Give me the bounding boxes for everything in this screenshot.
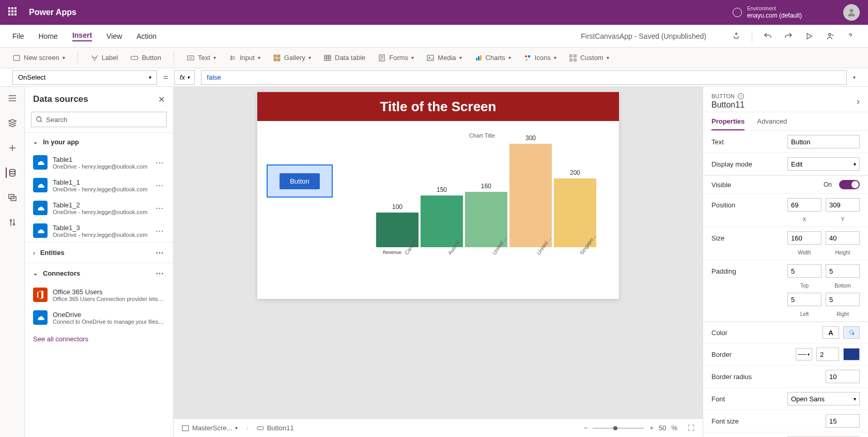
svg-point-27 — [37, 117, 41, 122]
text-button[interactable]: Text▾ — [187, 54, 216, 62]
prop-text-input[interactable] — [787, 135, 860, 148]
fill-color-button[interactable] — [843, 326, 860, 339]
insert-icon[interactable] — [7, 118, 18, 128]
design-canvas[interactable]: Title of the Screen Button Chart Title R… — [257, 92, 619, 299]
prop-pad-b[interactable] — [826, 264, 860, 278]
chart-bar: 300United ... — [509, 134, 552, 266]
prop-size-w[interactable] — [787, 231, 822, 245]
add-data-icon[interactable] — [7, 143, 18, 153]
environment-picker[interactable]: Environment enayu.com (default) — [733, 6, 802, 19]
onedrive-icon — [33, 223, 48, 238]
input-button[interactable]: Input▾ — [228, 54, 260, 62]
gallery-button[interactable]: Gallery▾ — [273, 54, 311, 62]
menu-action[interactable]: Action — [136, 32, 157, 40]
connector-office365[interactable]: Office 365 UsersOffice 365 Users Connect… — [25, 283, 173, 306]
share-icon[interactable] — [825, 31, 835, 41]
label-button[interactable]: Label — [90, 54, 118, 62]
more-icon[interactable]: ⋯ — [156, 268, 165, 278]
data-item-table1-1[interactable]: Table1_1OneDrive - henry.legge@outlook.c… — [25, 174, 173, 197]
more-icon[interactable]: ⋯ — [156, 203, 165, 213]
chart-bar: 150Austral... — [421, 186, 463, 266]
see-all-connectors[interactable]: See all connectors — [25, 329, 173, 349]
charts-button[interactable]: Charts▾ — [474, 54, 511, 62]
more-icon[interactable]: ⋯ — [156, 226, 165, 236]
section-in-your-app[interactable]: ⌄ In your app — [25, 132, 173, 151]
advanced-tools-icon[interactable] — [7, 217, 18, 228]
font-color-button[interactable]: A — [823, 326, 839, 339]
prop-size-label: Size — [711, 234, 783, 242]
data-item-table1-2[interactable]: Table1_2OneDrive - henry.legge@outlook.c… — [25, 197, 173, 219]
more-icon[interactable]: ⋯ — [156, 180, 165, 190]
panel-expand-icon[interactable]: › — [857, 96, 860, 107]
prop-size-h[interactable] — [826, 231, 860, 245]
svg-rect-18 — [570, 55, 572, 57]
prop-visible-toggle[interactable] — [839, 180, 860, 189]
help-icon[interactable] — [845, 31, 856, 41]
close-icon[interactable]: ✕ — [158, 95, 165, 104]
fx-button[interactable]: fx▾ — [174, 70, 195, 85]
more-icon[interactable]: ⋯ — [156, 248, 165, 258]
chart-title: Chart Title — [361, 132, 603, 139]
tab-properties[interactable]: Properties — [711, 112, 745, 130]
menu-file[interactable]: File — [12, 32, 24, 40]
breadcrumb-screen[interactable]: MasterScre...▾ — [182, 424, 238, 432]
forms-button[interactable]: Forms▾ — [378, 54, 414, 62]
button-button[interactable]: Button — [130, 54, 161, 62]
play-icon[interactable] — [804, 31, 814, 41]
tree-view-icon[interactable] — [7, 93, 18, 103]
undo-icon[interactable] — [763, 31, 773, 41]
redo-icon[interactable] — [783, 31, 794, 41]
border-radius-input[interactable] — [826, 370, 860, 383]
menu-view[interactable]: View — [106, 32, 122, 40]
user-avatar[interactable] — [843, 4, 860, 21]
connector-onedrive[interactable]: OneDriveConnect to OneDrive to manage yo… — [25, 306, 173, 329]
custom-button[interactable]: Custom▾ — [569, 54, 609, 62]
selected-button-control[interactable]: Button — [267, 164, 333, 198]
section-connectors[interactable]: ⌄ Connectors ⋯ — [25, 263, 173, 283]
zoom-in-icon[interactable]: + — [649, 424, 654, 432]
formula-expand-icon[interactable]: ▾ — [853, 74, 856, 80]
prop-displaymode-label: Display mode — [711, 160, 783, 168]
menu-home[interactable]: Home — [39, 32, 58, 40]
data-item-table1[interactable]: Table1OneDrive - henry.legge@outlook.com… — [25, 151, 173, 174]
prop-pad-r[interactable] — [826, 293, 860, 306]
tab-advanced[interactable]: Advanced — [757, 112, 787, 130]
fontsize-input[interactable] — [826, 414, 860, 428]
prop-pos-x[interactable] — [787, 198, 822, 212]
data-item-table1-3[interactable]: Table1_3OneDrive - henry.legge@outlook.c… — [25, 219, 173, 242]
menu-insert[interactable]: Insert — [72, 31, 92, 41]
prop-pad-l[interactable] — [787, 293, 822, 306]
data-sources-icon[interactable] — [6, 168, 16, 178]
panel-title: Data sources — [33, 94, 88, 104]
zoom-value: 50 — [659, 424, 666, 432]
border-width-input[interactable] — [816, 348, 839, 361]
app-launcher-icon[interactable] — [8, 7, 19, 18]
icons-button[interactable]: Icons▾ — [523, 54, 556, 62]
formula-input[interactable]: false — [201, 70, 847, 85]
prop-pos-y[interactable] — [826, 198, 860, 212]
onedrive-icon — [33, 201, 48, 215]
app-checker-icon[interactable] — [731, 31, 741, 41]
font-select[interactable]: Open Sans▾ — [787, 392, 860, 405]
property-selector[interactable]: OnSelect▾ — [12, 70, 157, 85]
search-input[interactable]: Search — [31, 112, 167, 127]
app-name: Power Apps — [29, 8, 76, 17]
section-entities[interactable]: › Entities ⋯ — [25, 242, 173, 263]
prop-position-label: Position — [711, 201, 783, 209]
prop-pad-t[interactable] — [787, 264, 822, 278]
more-icon[interactable]: ⋯ — [156, 158, 165, 168]
border-color-swatch[interactable] — [843, 348, 860, 360]
breadcrumb-control[interactable]: Button11 — [257, 424, 294, 432]
media-button[interactable]: Media▾ — [426, 54, 461, 62]
zoom-control[interactable]: − + 50 % ⛶ — [584, 424, 694, 432]
zoom-out-icon[interactable]: − — [584, 424, 588, 432]
help-icon[interactable]: ? — [738, 93, 744, 99]
new-screen-button[interactable]: New screen▾ — [12, 54, 65, 62]
media-pane-icon[interactable] — [7, 192, 18, 203]
datatable-button[interactable]: Data table — [323, 54, 365, 62]
fit-screen-icon[interactable]: ⛶ — [688, 424, 694, 432]
bar-chart[interactable]: Chart Title Revenue 100Canada150Austral.… — [361, 132, 603, 282]
prop-displaymode-select[interactable]: Edit▾ — [787, 157, 860, 171]
svg-rect-7 — [274, 58, 276, 61]
border-style-select[interactable]: ▾ — [796, 348, 812, 360]
